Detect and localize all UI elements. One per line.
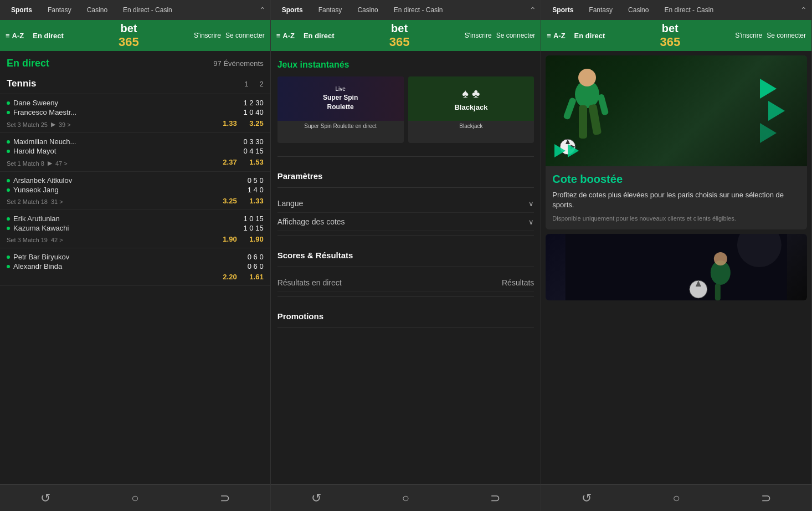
player2-2: Yunseok Jang bbox=[7, 186, 59, 194]
odds-row-0: 1.33 3.25 bbox=[217, 119, 264, 127]
odds2-btn-3[interactable]: 1.90 bbox=[244, 235, 264, 243]
langue-label: Langue bbox=[277, 199, 304, 208]
nav-register-3[interactable]: S'inscrire bbox=[735, 32, 762, 39]
home-icon-1[interactable]: ○ bbox=[131, 491, 138, 505]
live-dot2-4 bbox=[7, 265, 10, 268]
home-icon-3[interactable]: ○ bbox=[673, 491, 680, 505]
scores-section: Scores & Résultats Résultats en direct R… bbox=[271, 236, 541, 297]
blackjack-label: Blackjack bbox=[408, 121, 535, 131]
live-section-header: En direct 97 Événements bbox=[0, 51, 270, 74]
tab-endirect-2[interactable]: En direct - Casin bbox=[387, 4, 450, 16]
cotes-row[interactable]: Affichage des cotes ∨ bbox=[277, 213, 535, 231]
langue-row[interactable]: Langue ∨ bbox=[277, 195, 535, 213]
match-group-4: Petr Bar Biryukov 0 6 0 Alexandr Binda 0… bbox=[0, 248, 270, 286]
nav-menu-2[interactable]: ≡ A-Z bbox=[276, 32, 295, 40]
cotes-value[interactable]: ∨ bbox=[528, 218, 534, 226]
nav-direct-3[interactable]: En direct bbox=[574, 32, 605, 40]
nav-login-2[interactable]: Se connecter bbox=[496, 32, 536, 39]
roulette-label: Super Spin Roulette en direct bbox=[277, 121, 404, 131]
player1-score-2: 0 5 0 bbox=[241, 176, 264, 185]
recents-icon-2[interactable]: ⊃ bbox=[490, 491, 500, 505]
odds2-btn-2[interactable]: 1.33 bbox=[244, 197, 264, 205]
tab-endirect-3[interactable]: En direct - Casin bbox=[657, 4, 720, 16]
live-results-link[interactable]: Résultats en direct bbox=[277, 278, 342, 287]
match-info-2: Set 2 Match 18 31 > bbox=[7, 198, 63, 205]
roulette-visual: Live Super SpinRoulette bbox=[277, 76, 404, 121]
tab-bar-2: Sports Fantasy Casino En direct - Casin … bbox=[271, 0, 541, 20]
langue-value[interactable]: ∨ bbox=[528, 200, 534, 208]
live-title: En direct bbox=[7, 58, 49, 69]
match-row-p1-1: Maximilian Neuch... 0 3 30 bbox=[7, 137, 264, 146]
live-count[interactable]: 97 Événements bbox=[213, 59, 263, 68]
nav-login-3[interactable]: Se connecter bbox=[767, 32, 806, 39]
tab-expand-3[interactable]: ⌃ bbox=[800, 6, 807, 14]
nav-bar-3: ≡ A-Z En direct bet 365 S'inscrire Se co… bbox=[541, 20, 811, 51]
blackjack-bg: ♠ ♣ Blackjack bbox=[408, 76, 535, 121]
tab-sports-2[interactable]: Sports bbox=[275, 4, 310, 16]
tab-fantasy-1[interactable]: Fantasy bbox=[41, 4, 78, 16]
small-arrow-2 bbox=[568, 144, 579, 157]
recents-icon-1[interactable]: ⊃ bbox=[220, 491, 230, 505]
roulette-bg: Live Super SpinRoulette bbox=[277, 76, 404, 121]
player2-score-3: 1 0 15 bbox=[241, 224, 264, 232]
tab-sports-3[interactable]: Sports bbox=[546, 4, 580, 16]
odds1-btn-0[interactable]: 1.33 bbox=[217, 119, 237, 127]
player2-score-1: 0 4 15 bbox=[241, 147, 264, 155]
nav-menu-1[interactable]: ≡ A-Z bbox=[6, 32, 24, 40]
odds1-btn-1[interactable]: 2.37 bbox=[217, 158, 237, 166]
svg-rect-11 bbox=[715, 284, 721, 300]
promo-card-small[interactable] bbox=[546, 234, 807, 300]
back-icon-1[interactable]: ↺ bbox=[40, 491, 50, 505]
tab-bar-1: Sports Fantasy Casino En direct - Casin … bbox=[0, 0, 270, 20]
promo-banner-small bbox=[546, 234, 807, 300]
tab-fantasy-3[interactable]: Fantasy bbox=[582, 4, 619, 16]
bottom-bar-2: ↺ ○ ⊃ bbox=[271, 484, 541, 511]
nav-menu-3[interactable]: ≡ A-Z bbox=[547, 32, 565, 40]
nav-logo-2: bet 365 bbox=[389, 22, 410, 49]
roulette-card[interactable]: Live Super SpinRoulette Super Spin Roule… bbox=[277, 76, 404, 143]
blackjack-card[interactable]: ♠ ♣ Blackjack Blackjack bbox=[408, 76, 535, 143]
back-icon-3[interactable]: ↺ bbox=[582, 491, 592, 505]
tab-expand-1[interactable]: ⌃ bbox=[259, 6, 266, 14]
odds2-btn-0[interactable]: 3.25 bbox=[244, 119, 264, 127]
odds2-btn-1[interactable]: 1.53 bbox=[244, 158, 264, 166]
nav-login-1[interactable]: Se connecter bbox=[225, 32, 265, 39]
match-group-0: Dane Sweeny 1 2 30 Francesco Maestr... 1… bbox=[0, 94, 270, 133]
tab-expand-2[interactable]: ⌃ bbox=[530, 6, 536, 14]
nav-logo-1: bet 365 bbox=[119, 22, 139, 49]
svg-point-10 bbox=[714, 252, 727, 265]
tab-casino-2[interactable]: Casino bbox=[351, 4, 384, 16]
arrow-1 bbox=[760, 79, 777, 99]
odds-row-1: 2.37 1.53 bbox=[217, 158, 264, 166]
nav-bar-2: ≡ A-Z En direct bet 365 S'inscrire Se co… bbox=[271, 20, 541, 51]
odds1-btn-3[interactable]: 1.90 bbox=[217, 235, 237, 243]
odds1-btn-4[interactable]: 2.20 bbox=[217, 273, 237, 281]
video-icon-1: ▶ bbox=[48, 160, 52, 167]
nav-direct-1[interactable]: En direct bbox=[33, 32, 64, 40]
recents-icon-3[interactable]: ⊃ bbox=[761, 491, 771, 505]
sport-col2: 2 bbox=[259, 80, 263, 88]
tab-endirect-1[interactable]: En direct - Casin bbox=[116, 4, 179, 16]
promo-card-main[interactable]: Cote boostée Profitez de cotes plus élev… bbox=[546, 55, 807, 229]
panel-2: Sports Fantasy Casino En direct - Casin … bbox=[271, 0, 542, 511]
player2-name-3: Kazuma Kawachi bbox=[13, 224, 69, 232]
promo-banner-main bbox=[546, 55, 807, 166]
tab-casino-3[interactable]: Casino bbox=[621, 4, 655, 16]
back-icon-2[interactable]: ↺ bbox=[311, 491, 321, 505]
odds1-btn-2[interactable]: 3.25 bbox=[217, 197, 237, 205]
player1-name-0: Dane Sweeny bbox=[13, 99, 58, 107]
tab-casino-1[interactable]: Casino bbox=[80, 4, 114, 16]
results-link[interactable]: Résultats bbox=[502, 278, 534, 287]
nav-register-1[interactable]: S'inscrire bbox=[194, 32, 221, 39]
odds2-btn-4[interactable]: 1.61 bbox=[244, 273, 264, 281]
nav-register-2[interactable]: S'inscrire bbox=[465, 32, 492, 39]
live-dot-1 bbox=[7, 140, 10, 144]
tab-sports-1[interactable]: Sports bbox=[4, 4, 39, 16]
player1-0: Dane Sweeny bbox=[7, 99, 58, 107]
nav-direct-2[interactable]: En direct bbox=[304, 32, 335, 40]
sport-cols: 1 2 bbox=[244, 80, 263, 88]
tab-fantasy-2[interactable]: Fantasy bbox=[312, 4, 349, 16]
home-icon-2[interactable]: ○ bbox=[402, 491, 409, 505]
player1-4: Petr Bar Biryukov bbox=[7, 253, 69, 261]
player2-0: Francesco Maestr... bbox=[7, 108, 76, 116]
